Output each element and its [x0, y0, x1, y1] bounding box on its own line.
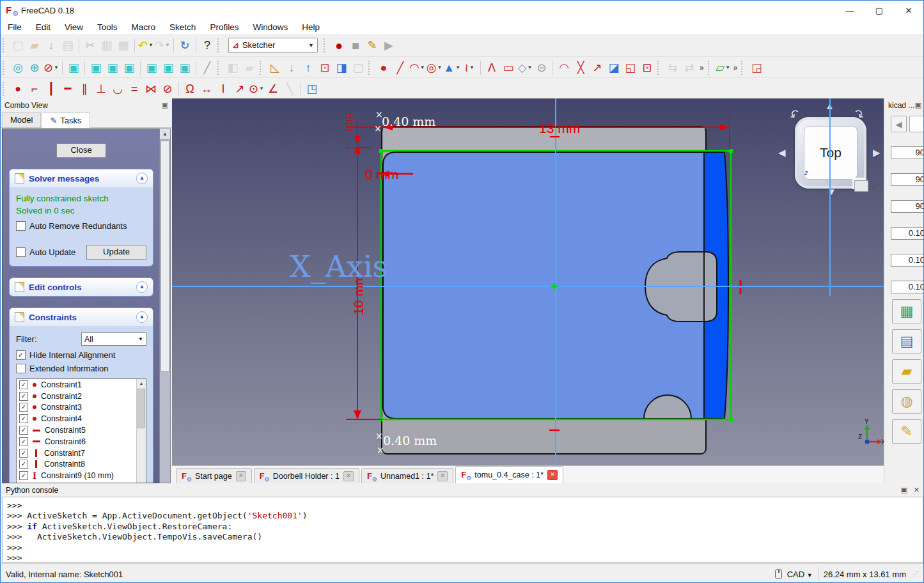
kicad-field-1[interactable]: 90	[891, 146, 924, 159]
line-icon[interactable]: ╱	[393, 60, 408, 75]
block-constraint-icon[interactable]: ⊘	[160, 81, 175, 97]
lock-constraint-icon[interactable]: Ω	[182, 81, 198, 97]
float-panel-icon[interactable]: ▣	[900, 486, 907, 494]
menu-windows[interactable]: Windows	[246, 21, 295, 33]
leave-sketch-icon[interactable]: ↓	[284, 60, 299, 75]
navcube-mini-cube-icon[interactable]	[854, 180, 868, 192]
radius-icon[interactable]: ⊙▼	[249, 81, 264, 97]
vertical-constraint-icon[interactable]: ┃	[43, 81, 59, 97]
kicad-blank-button[interactable]	[909, 116, 924, 132]
tab-close-icon[interactable]: ✕	[437, 471, 448, 481]
macro-stop-icon[interactable]: ■	[348, 38, 363, 53]
menu-view[interactable]: View	[58, 21, 90, 33]
view-section-icon[interactable]: ⊡	[317, 60, 333, 75]
refresh-icon[interactable]: ↻	[177, 38, 192, 53]
menu-sketch[interactable]: Sketch	[162, 21, 203, 33]
polyline-icon[interactable]: Λ	[484, 60, 499, 75]
hide-internal-alignment-checkbox[interactable]: ✓	[16, 350, 26, 360]
chevron-down-icon[interactable]: ▼	[528, 61, 533, 75]
constraint-row[interactable]: ✓Constraint7	[17, 447, 146, 459]
3d-viewport[interactable]: 13 mm 0 mm 10 mm mm 0.40 mm 0.40 mm ×× ×…	[172, 98, 884, 465]
pcb-export-icon[interactable]: ▰	[892, 359, 921, 384]
constraint-row[interactable]: ✓IConstraint9 (10 mm)	[17, 470, 146, 481]
horizontal-constraint-icon[interactable]: ━	[60, 81, 75, 97]
toolbar-grip[interactable]	[741, 61, 746, 75]
constraint-checkbox[interactable]: ✓	[19, 460, 28, 469]
edit-controls-header[interactable]: Edit controls ▲	[10, 278, 153, 296]
auto-remove-redundants-checkbox[interactable]	[16, 221, 26, 231]
constraint-checkbox[interactable]: ✓	[19, 380, 28, 389]
float-panel-icon[interactable]: ▣	[915, 101, 921, 109]
menu-edit[interactable]: Edit	[29, 21, 58, 33]
view-rear-icon[interactable]: ▣	[144, 60, 159, 75]
toolbar-grip[interactable]	[708, 61, 712, 75]
python-console-output[interactable]: >>> >>> ActiveSketch = App.ActiveDocumen…	[2, 497, 923, 563]
toolbar-grip[interactable]	[217, 61, 222, 75]
constraint-checkbox[interactable]: ✓	[19, 449, 28, 458]
macro-record-icon[interactable]: ●	[331, 38, 347, 53]
chevron-down-icon[interactable]: ▼	[259, 82, 264, 96]
distance-icon[interactable]: ↗	[232, 81, 247, 97]
library-icon[interactable]: ◍	[892, 389, 921, 414]
menu-tools[interactable]: Tools	[90, 21, 125, 33]
ic-package-icon[interactable]: ▤	[892, 329, 921, 354]
print-icon[interactable]: ▤	[60, 38, 75, 53]
scroll-up-icon[interactable]: ▲	[137, 379, 146, 388]
draw-style-icon[interactable]: ⊘▼	[43, 60, 59, 75]
part-icon[interactable]: ◧	[225, 60, 240, 75]
clone-icon[interactable]: ⊡	[639, 60, 655, 75]
circle-icon[interactable]: ◎▼	[427, 60, 442, 75]
external-geometry-icon[interactable]: ◪	[606, 60, 622, 75]
menu-help[interactable]: Help	[295, 21, 327, 33]
menu-macro[interactable]: Macro	[125, 21, 163, 33]
sketch-canvas[interactable]: 13 mm 0 mm 10 mm mm 0.40 mm 0.40 mm ×× ×…	[172, 98, 884, 465]
update-button[interactable]: Update	[86, 245, 146, 260]
create-sketch-icon[interactable]: ◺	[267, 60, 283, 75]
toggle-construction-icon[interactable]: ▱▼	[716, 60, 731, 75]
tab-model[interactable]: Model	[2, 112, 41, 127]
chevron-down-icon[interactable]: ▼	[165, 38, 170, 52]
bspline-icon[interactable]: ≀▼	[462, 60, 477, 75]
close-button[interactable]: ✕	[894, 1, 923, 20]
perpendicular-constraint-icon[interactable]: ⊥	[93, 81, 109, 97]
view-sketch-icon[interactable]: ↑	[301, 60, 316, 75]
axonometric-view-icon[interactable]: ▣	[66, 60, 81, 75]
constraint-row[interactable]: ✓Constraint3	[17, 402, 146, 414]
scroll-thumb[interactable]	[161, 141, 169, 372]
chevron-down-icon[interactable]: ▼	[420, 61, 425, 75]
collapse-chevron-icon[interactable]: ▲	[136, 311, 148, 323]
footprint-icon[interactable]: ▦	[892, 299, 921, 323]
group-icon[interactable]: ▰	[242, 60, 257, 75]
tab-close-icon[interactable]: ✕	[343, 471, 354, 481]
collapse-chevron-icon[interactable]: ▲	[136, 281, 148, 293]
kicad-field-4[interactable]: 0.10	[891, 227, 924, 240]
navcube-down-arrow-icon[interactable]: ▼	[827, 186, 836, 197]
maximize-button[interactable]: ▢	[865, 1, 894, 20]
constraint-row[interactable]: ✓Constraint1	[17, 379, 146, 391]
point-icon[interactable]: ●	[376, 60, 391, 75]
chevron-down-icon[interactable]: ▼	[725, 61, 730, 75]
new-document-icon[interactable]: ▢	[10, 38, 26, 53]
fillet-icon[interactable]: ◠	[556, 60, 572, 75]
extended-information-checkbox[interactable]	[16, 364, 26, 373]
undo-icon[interactable]: ↶▼	[138, 38, 153, 53]
scroll-thumb[interactable]	[137, 389, 145, 428]
dim-zero-label[interactable]: 0 mm	[365, 167, 399, 182]
collapse-chevron-icon[interactable]: ▲	[136, 173, 148, 184]
constraint-row[interactable]: ✓Constraint5	[17, 424, 146, 436]
tab-close-icon[interactable]: ✕	[236, 471, 246, 481]
constraint-checkbox[interactable]: ✓	[19, 392, 28, 401]
kicad-field-6[interactable]: 0.10	[891, 281, 924, 293]
navcube-menu-arrow-icon[interactable]: ▼	[872, 184, 878, 191]
measure-icon[interactable]: ╱	[200, 60, 215, 75]
polygon-icon[interactable]: ◇▼	[517, 60, 533, 75]
merge-sketches-icon[interactable]: ⇆	[665, 60, 680, 75]
document-tab[interactable]: F⚙Start page✕	[176, 468, 252, 483]
constraints-header[interactable]: Constraints ▲	[10, 308, 153, 326]
vertical-distance-icon[interactable]: I	[215, 81, 231, 97]
parallel-constraint-icon[interactable]: ∥	[77, 81, 92, 97]
close-panel-icon[interactable]: ✕	[914, 486, 920, 494]
view-top-icon[interactable]: ▣	[105, 60, 120, 75]
snells-law-icon[interactable]: ╲	[282, 81, 297, 97]
constraint-row[interactable]: ✓Constraint2	[17, 391, 146, 402]
